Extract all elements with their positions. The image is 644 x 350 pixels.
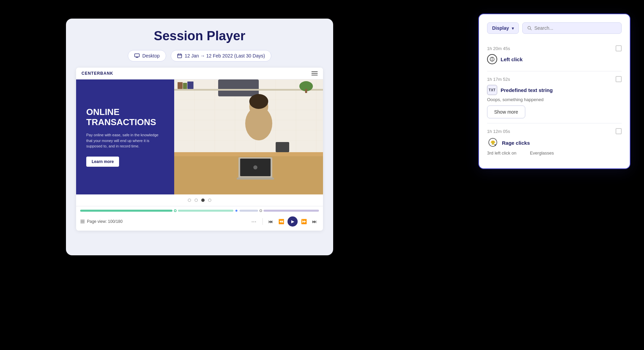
date-range-label: 12 Jan → 12 Feb 2022 (Last 30 Days) xyxy=(185,53,265,59)
kitchen-image xyxy=(174,79,323,194)
date-range-selector[interactable]: 12 Jan → 12 Feb 2022 (Last 30 Days) xyxy=(171,50,271,62)
device-label: Desktop xyxy=(142,53,160,59)
carousel-dot-3[interactable] xyxy=(208,199,211,202)
hero-heading: ONLINETRANSACTIONS xyxy=(86,107,164,127)
device-selector[interactable]: Desktop xyxy=(128,50,166,62)
progress-seg-2 xyxy=(178,210,233,212)
svg-rect-0 xyxy=(135,54,139,57)
carousel-dot-1[interactable] xyxy=(194,199,198,202)
svg-point-31 xyxy=(253,165,257,169)
svg-rect-20 xyxy=(183,83,187,89)
event-time-1: 1h 20m 45s xyxy=(487,45,622,51)
event-type-2: TXT Predefined text string xyxy=(487,85,622,95)
browser-header: CENTERBANK xyxy=(76,68,323,79)
list-icon xyxy=(80,219,85,224)
progress-marker-2 xyxy=(259,209,262,212)
learn-more-button[interactable]: Learn more xyxy=(86,157,119,167)
browser-frame: CENTERBANK ONLINETRANSACTIONS Pay online… xyxy=(76,68,323,231)
svg-rect-29 xyxy=(237,178,274,180)
display-label: Display xyxy=(492,25,509,31)
rage-icon: 😤 xyxy=(487,137,499,148)
event-checkbox-3[interactable] xyxy=(616,128,622,134)
txt-icon: TXT xyxy=(487,85,497,95)
play-button[interactable]: ▶ xyxy=(288,216,298,227)
skip-to-start-button[interactable]: ⏮ xyxy=(266,217,275,226)
svg-rect-24 xyxy=(276,142,289,152)
panel-toolbar: Display xyxy=(487,22,622,34)
skip-to-end-button[interactable]: ⏭ xyxy=(310,217,319,226)
hero-right xyxy=(174,79,323,194)
display-dropdown[interactable]: Display xyxy=(487,22,519,34)
event-time-2: 1h 17m 52s xyxy=(487,76,622,82)
desktop-icon xyxy=(134,53,140,58)
carousel-dot-0[interactable] xyxy=(188,199,191,202)
more-options-button[interactable]: ··· xyxy=(251,218,256,225)
progress-seg-3 xyxy=(239,210,258,212)
hero-subtext: Pay online with ease, safe in the knowle… xyxy=(86,132,164,149)
svg-rect-1 xyxy=(178,54,182,58)
svg-rect-21 xyxy=(187,81,193,89)
rage-click-detail: 3rd left click on Everglasses xyxy=(487,150,622,156)
event-checkbox-2[interactable] xyxy=(616,76,622,82)
event-checkbox-1[interactable] xyxy=(616,45,622,51)
svg-rect-17 xyxy=(218,79,259,96)
hero-section: ONLINETRANSACTIONS Pay online with ease,… xyxy=(76,79,323,194)
progress-area: Page view: 100/180 ··· ⏮ ⏪ ▶ ⏩ ⏭ xyxy=(76,206,323,231)
fast-forward-button[interactable]: ⏩ xyxy=(299,217,309,226)
session-player-panel: Session Player Desktop 12 Jan → 12 Feb 2… xyxy=(66,19,333,255)
rewind-button[interactable]: ⏪ xyxy=(276,217,286,226)
show-more-button[interactable]: Show more xyxy=(487,106,525,118)
progress-track xyxy=(80,209,319,212)
progress-seg-4 xyxy=(263,210,319,212)
svg-line-36 xyxy=(530,29,531,30)
progress-seg-1 xyxy=(80,210,172,212)
page-view-label: Page view: 100/180 xyxy=(87,219,122,224)
event-type-3: 😤 Rage clicks xyxy=(487,137,622,148)
search-box xyxy=(522,22,622,34)
event-item-text-string: 1h 17m 52s TXT Predefined text string Oo… xyxy=(487,71,622,123)
rage-detail-label: 3rd left click on xyxy=(487,150,516,156)
search-input[interactable] xyxy=(534,25,617,31)
carousel-dot-2[interactable] xyxy=(201,199,205,202)
page-view: Page view: 100/180 xyxy=(80,219,122,224)
chevron-down-icon xyxy=(512,25,514,31)
click-icon xyxy=(487,54,497,64)
session-title: Session Player xyxy=(154,29,245,43)
svg-rect-23 xyxy=(305,89,307,93)
hero-left: ONLINETRANSACTIONS Pay online with ease,… xyxy=(76,79,174,194)
progress-marker-current xyxy=(235,209,238,212)
search-icon xyxy=(527,26,532,30)
event-detail-2: Ooops, something happened xyxy=(487,97,622,102)
rage-detail-value: Everglasses xyxy=(530,150,554,156)
player-controls: Page view: 100/180 ··· ⏮ ⏪ ▶ ⏩ ⏭ xyxy=(80,215,319,228)
event-time-3: 1h 12m 05s xyxy=(487,128,622,134)
svg-text:😤: 😤 xyxy=(490,140,496,145)
brand-name: CENTERBANK xyxy=(82,71,113,76)
event-item-rage-clicks: 1h 12m 05s 😤 Rage clicks 3rd left click … xyxy=(487,123,622,160)
progress-marker-1 xyxy=(174,209,177,212)
controls-bar: Desktop 12 Jan → 12 Feb 2022 (Last 30 Da… xyxy=(128,50,272,62)
carousel-dots xyxy=(76,194,323,206)
playback-controls: ··· ⏮ ⏪ ▶ ⏩ ⏭ xyxy=(251,216,319,227)
hamburger-menu[interactable] xyxy=(312,71,318,75)
events-panel: Display 1h 20m 45s Left click xyxy=(478,14,630,169)
event-item-left-click: 1h 20m 45s Left click xyxy=(487,41,622,71)
calendar-icon xyxy=(177,53,182,58)
svg-point-27 xyxy=(249,94,268,109)
event-type-1: Left click xyxy=(487,54,622,64)
svg-rect-19 xyxy=(178,82,183,89)
svg-rect-16 xyxy=(174,152,323,156)
